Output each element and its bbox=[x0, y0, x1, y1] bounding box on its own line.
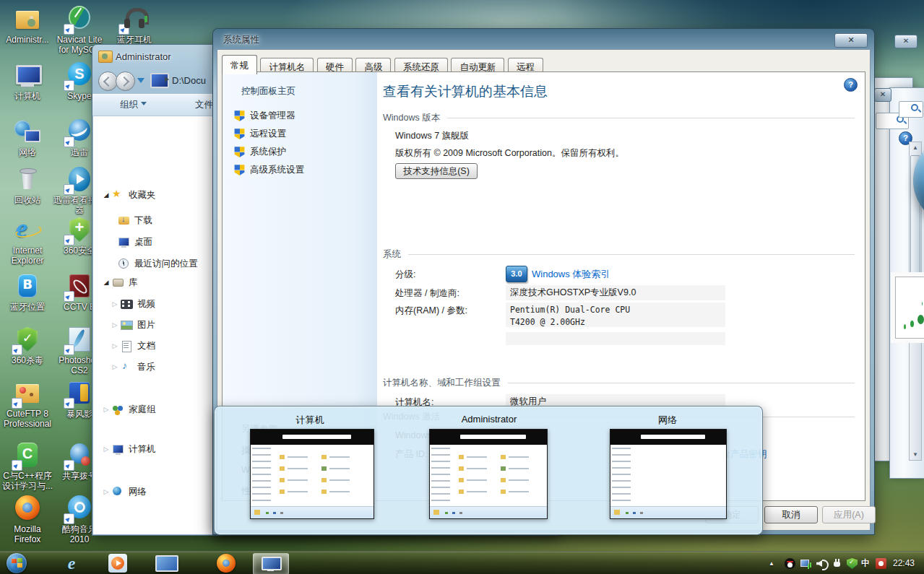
organize-menu[interactable]: 组织 bbox=[120, 99, 147, 111]
breadcrumb[interactable]: D:\Docu bbox=[172, 75, 206, 86]
section-computer-name: 计算机名称、域和工作组设置 bbox=[383, 377, 855, 389]
desktop-icon-label: Mozilla Firefox bbox=[0, 524, 55, 545]
desktop-icon-firefox[interactable]: Mozilla Firefox bbox=[0, 494, 55, 545]
apply-button[interactable]: 应用(A) bbox=[822, 506, 876, 523]
thumbnail-titlebar bbox=[430, 430, 547, 445]
nav-label: 收藏夹 bbox=[129, 189, 156, 201]
ram-value: Pentium(R) Dual-Core CPU T4200 @ 2.00GHz bbox=[506, 303, 725, 327]
explorer-window-title: Administrator bbox=[116, 51, 171, 62]
sidebar-item-remote-settings[interactable]: 远程设置 bbox=[234, 128, 286, 140]
music-icon bbox=[121, 362, 133, 373]
expander-icon[interactable]: ▷ bbox=[100, 488, 112, 495]
expander-icon[interactable]: ▷ bbox=[109, 342, 121, 349]
pictures-icon bbox=[121, 320, 133, 331]
shortcut-arrow-icon bbox=[64, 344, 74, 355]
power-tray-icon[interactable] bbox=[832, 558, 843, 569]
headset-icon bbox=[120, 4, 149, 33]
system-tray: ▲ 中 22:43 bbox=[764, 552, 924, 574]
downloads-icon bbox=[118, 215, 130, 226]
scroll-up-icon[interactable]: ▲ bbox=[910, 144, 921, 151]
back-button[interactable] bbox=[98, 71, 118, 91]
desktop-icon-internet-explorer[interactable]: Internet Explorer bbox=[0, 215, 55, 266]
uac-shield-icon bbox=[234, 147, 245, 157]
close-button[interactable]: ✕ bbox=[834, 33, 868, 48]
desktop-icon-recycle-bin[interactable]: 回收站 bbox=[0, 165, 55, 205]
screenshot-tray-icon[interactable] bbox=[876, 558, 886, 569]
taskbar-active-explorer-button[interactable] bbox=[253, 553, 289, 574]
recycle-bin-icon bbox=[13, 165, 42, 193]
desktop-icon-bluetooth-places[interactable]: 蓝牙位置 bbox=[0, 271, 55, 312]
desktop-icon-360-antivirus[interactable]: 360杀毒 bbox=[0, 325, 55, 365]
desktop-icon-label: 360杀毒 bbox=[0, 355, 55, 365]
section-rule bbox=[508, 383, 855, 383]
sidebar-item-advanced-settings[interactable]: 高级系统设置 bbox=[234, 164, 304, 176]
thumbnail-content bbox=[636, 449, 722, 504]
expander-icon[interactable]: ▷ bbox=[109, 321, 121, 329]
ime-indicator[interactable]: 中 bbox=[861, 557, 872, 568]
desktop-icon-label: 蓝牙位置 bbox=[0, 302, 55, 312]
nav-label: 图片 bbox=[137, 319, 155, 331]
homegroup-icon bbox=[112, 404, 124, 415]
sidebar-item-device-manager[interactable]: 设备管理器 bbox=[234, 110, 295, 122]
taskbar-clock[interactable]: 22:43 bbox=[893, 558, 915, 568]
desktop-icon-administrator[interactable]: Administr... bbox=[0, 4, 55, 45]
network-tray-icon[interactable] bbox=[800, 558, 811, 569]
tab-general[interactable]: 常规 bbox=[222, 55, 257, 74]
close-icon[interactable]: ✕ bbox=[894, 35, 917, 48]
volume-tray-icon[interactable] bbox=[816, 558, 827, 569]
shortcut-arrow-icon bbox=[64, 460, 74, 471]
thumbnail-titlebar bbox=[251, 430, 374, 445]
expander-icon[interactable]: ▷ bbox=[100, 406, 112, 413]
start-button[interactable] bbox=[7, 553, 27, 573]
desktop-icon-computer[interactable]: 计算机 bbox=[0, 61, 55, 101]
storm-player-icon bbox=[65, 378, 94, 407]
taskbar-ie-icon[interactable]: e bbox=[62, 554, 81, 573]
forward-button[interactable] bbox=[116, 71, 135, 91]
thumbnail-administrator[interactable] bbox=[429, 429, 548, 519]
tab-strip: 常规 计算机名 硬件 高级 系统还原 自动更新 远程 bbox=[222, 55, 544, 71]
desktop-icon-label: Administr... bbox=[0, 35, 55, 45]
close-icon[interactable]: ✕ bbox=[874, 88, 891, 102]
breadcrumb-arrow-icon bbox=[165, 77, 172, 82]
cancel-button[interactable]: 取消 bbox=[764, 506, 818, 523]
experience-index-link[interactable]: Windows 体验索引 bbox=[532, 268, 610, 281]
taskbar-firefox-icon[interactable] bbox=[217, 554, 236, 573]
skype-icon bbox=[65, 61, 94, 90]
recent-places-icon bbox=[118, 258, 130, 269]
expander-icon[interactable]: ▷ bbox=[100, 445, 112, 453]
favorites-star-icon bbox=[112, 190, 124, 201]
expander-open-icon[interactable]: ◢ bbox=[100, 191, 112, 199]
thumbnail-titlebar bbox=[610, 430, 726, 445]
expander-icon[interactable]: ▷ bbox=[109, 363, 121, 370]
expander-icon[interactable]: ▷ bbox=[109, 300, 121, 308]
shortcut-arrow-icon bbox=[12, 398, 22, 409]
nav-label: 网络 bbox=[129, 486, 147, 498]
uac-shield-icon bbox=[234, 129, 245, 139]
show-hidden-icons-button[interactable]: ▲ bbox=[769, 560, 780, 571]
navicat-icon bbox=[65, 4, 94, 33]
uac-shield-icon bbox=[234, 110, 245, 121]
desktop-icon-cuteftp[interactable]: CuteFTP 8 Professional bbox=[0, 378, 55, 430]
security-tray-icon[interactable] bbox=[847, 558, 858, 569]
desktop-icon-label: CuteFTP 8 Professional bbox=[0, 409, 55, 430]
thumbnail-network[interactable] bbox=[610, 429, 727, 519]
folder-icon bbox=[98, 51, 113, 63]
help-icon[interactable]: ? bbox=[844, 78, 858, 92]
sidebar-item-control-panel-home[interactable]: 控制面板主页 bbox=[241, 85, 295, 97]
expander-open-icon[interactable]: ◢ bbox=[100, 279, 112, 286]
desktop-icon-label: C与C++程序设计学习与... bbox=[0, 471, 55, 492]
support-info-button[interactable]: 技术支持信息(S) bbox=[395, 163, 478, 179]
history-dropdown-icon[interactable] bbox=[137, 78, 144, 87]
desktop-icon-bluetooth-headset[interactable]: 蓝牙耳机 bbox=[107, 4, 162, 45]
taskbar-media-player-icon[interactable] bbox=[108, 554, 127, 573]
scroll-down-icon[interactable]: ▼ bbox=[910, 451, 921, 458]
nav-label: 最近访问的位置 bbox=[134, 258, 198, 270]
taskbar-display-icon[interactable] bbox=[155, 555, 178, 572]
thumbnail-computer[interactable] bbox=[250, 429, 374, 519]
desktop-icon-cpp-tutorial[interactable]: C与C++程序设计学习与... bbox=[0, 440, 55, 492]
sidebar-item-system-protection[interactable]: 系统保护 bbox=[234, 146, 286, 158]
deepin-logo: WWW.DEEPIN.ORG DEEPIN bbox=[895, 277, 924, 339]
qq-tray-icon[interactable] bbox=[785, 558, 795, 569]
search-input[interactable] bbox=[899, 101, 923, 118]
desktop-icon-network[interactable]: 网络 bbox=[0, 117, 55, 157]
